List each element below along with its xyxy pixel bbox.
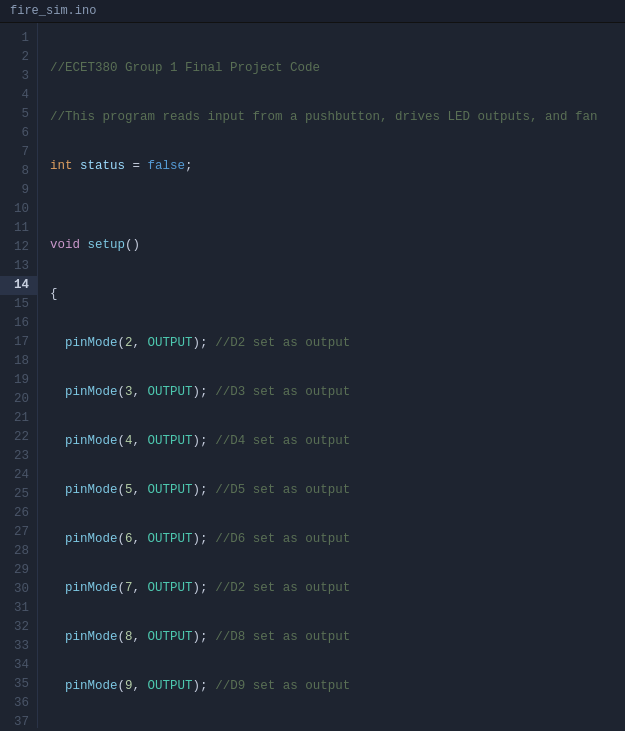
ln-16: 16 — [0, 314, 37, 333]
title-bar: fire_sim.ino — [0, 0, 625, 23]
ln-36: 36 — [0, 694, 37, 713]
ln-22: 22 — [0, 428, 37, 447]
ln-24: 24 — [0, 466, 37, 485]
code-line-8: pinMode(3, OUTPUT); //D3 set as output — [50, 383, 625, 402]
ln-23: 23 — [0, 447, 37, 466]
filename: fire_sim.ino — [10, 4, 96, 18]
ln-7: 7 — [0, 143, 37, 162]
ln-33: 33 — [0, 637, 37, 656]
ln-15: 15 — [0, 295, 37, 314]
code-line-11: pinMode(6, OUTPUT); //D6 set as output — [50, 530, 625, 549]
ln-17: 17 — [0, 333, 37, 352]
ln-9: 9 — [0, 181, 37, 200]
ln-19: 19 — [0, 371, 37, 390]
ln-21: 21 — [0, 409, 37, 428]
ln-13: 13 — [0, 257, 37, 276]
ln-25: 25 — [0, 485, 37, 504]
ln-4: 4 — [0, 86, 37, 105]
ln-3: 3 — [0, 67, 37, 86]
code-line-7: pinMode(2, OUTPUT); //D2 set as output — [50, 334, 625, 353]
code-line-15: pinMode(10, OUTPUT); //D8 set as output — [50, 726, 625, 728]
ln-8: 8 — [0, 162, 37, 181]
ln-20: 20 — [0, 390, 37, 409]
ln-26: 26 — [0, 504, 37, 523]
ln-32: 32 — [0, 618, 37, 637]
code-line-13: pinMode(8, OUTPUT); //D8 set as output — [50, 628, 625, 647]
ln-14: 14 — [0, 276, 37, 295]
editor: 1 2 3 4 5 6 7 8 9 10 11 12 13 14 15 16 1… — [0, 23, 625, 728]
ln-29: 29 — [0, 561, 37, 580]
ln-35: 35 — [0, 675, 37, 694]
ln-6: 6 — [0, 124, 37, 143]
code-line-14: pinMode(9, OUTPUT); //D9 set as output — [50, 677, 625, 696]
ln-1: 1 — [0, 29, 37, 48]
code-line-1: //ECET380 Group 1 Final Project Code — [50, 59, 625, 78]
code-area[interactable]: //ECET380 Group 1 Final Project Code //T… — [38, 23, 625, 728]
code-line-3: int status = false; — [50, 157, 625, 176]
ln-34: 34 — [0, 656, 37, 675]
ln-18: 18 — [0, 352, 37, 371]
code-line-2: //This program reads input from a pushbu… — [50, 108, 625, 127]
code-line-5: void setup() — [50, 236, 625, 255]
ln-2: 2 — [0, 48, 37, 67]
ln-31: 31 — [0, 599, 37, 618]
ln-11: 11 — [0, 219, 37, 238]
code-line-9: pinMode(4, OUTPUT); //D4 set as output — [50, 432, 625, 451]
ln-10: 10 — [0, 200, 37, 219]
ln-27: 27 — [0, 523, 37, 542]
ln-28: 28 — [0, 542, 37, 561]
ln-30: 30 — [0, 580, 37, 599]
ln-12: 12 — [0, 238, 37, 257]
code-line-10: pinMode(5, OUTPUT); //D5 set as output — [50, 481, 625, 500]
ln-5: 5 — [0, 105, 37, 124]
line-numbers: 1 2 3 4 5 6 7 8 9 10 11 12 13 14 15 16 1… — [0, 23, 38, 728]
ln-37: 37 — [0, 713, 37, 728]
code-line-6: { — [50, 285, 625, 304]
code-line-12: pinMode(7, OUTPUT); //D2 set as output — [50, 579, 625, 598]
